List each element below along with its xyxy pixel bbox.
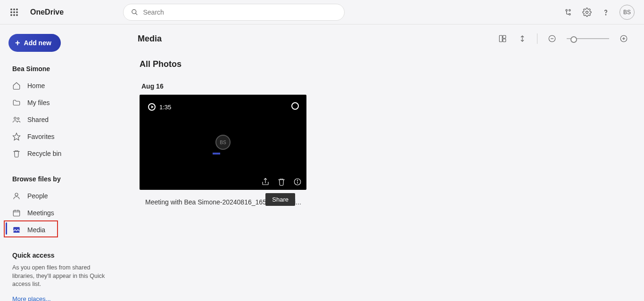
select-checkbox[interactable] [291,102,299,110]
sidebar-item-favorites[interactable]: Favorites [0,128,123,145]
folder-icon [12,98,21,107]
sidebar-item-home[interactable]: Home [0,77,123,94]
sidebar-item-label: My files [27,99,50,106]
duration-text: 1:35 [159,104,171,111]
svg-point-6 [605,14,606,15]
main-content: Media All Photos Aug 16 1:35 BS Share Me… [123,24,644,301]
svg-line-1 [136,13,138,15]
star-icon [12,132,21,141]
svg-point-0 [132,9,136,14]
calendar-icon [12,209,21,217]
sidebar-item-label: Favorites [27,133,55,140]
subtitle: All Photos [140,59,644,69]
search-box[interactable] [123,4,345,21]
video-actions [261,178,302,186]
svg-point-10 [15,193,18,196]
active-indicator [6,222,7,235]
svg-rect-11 [13,211,20,216]
zoom-slider[interactable] [567,38,609,39]
plus-icon: + [15,39,20,47]
svg-point-7 [14,117,17,120]
share-icon[interactable] [261,178,270,186]
zoom-in-icon[interactable] [619,33,629,44]
video-preview-avatar: BS [215,135,231,150]
user-name-label: Bea Simone [12,65,123,73]
sidebar: + Add new Bea Simone Home My files Share… [0,24,123,301]
sidebar-item-shared[interactable]: Shared [0,111,123,128]
person-icon [12,192,21,200]
svg-point-3 [569,9,570,11]
sidebar-item-my-files[interactable]: My files [0,94,123,111]
app-header: OneDrive BS [0,0,644,24]
sidebar-item-label: Meetings [27,209,54,217]
share-tooltip: Share [265,193,295,206]
sidebar-item-media[interactable]: Media [0,221,123,238]
trash-icon [12,149,21,158]
svg-marker-9 [13,133,20,140]
svg-rect-18 [503,39,506,42]
people-icon [12,115,21,124]
sidebar-item-label: Shared [27,116,49,123]
more-places-link[interactable]: More places... [12,295,123,301]
stream-icon[interactable] [563,7,573,17]
svg-point-5 [586,11,588,13]
svg-point-26 [297,180,297,180]
header-right: BS [563,5,638,20]
sidebar-item-label: People [27,192,48,200]
home-icon [12,81,21,90]
preview-bar [213,153,220,155]
quick-access-description: As you open files from shared libraries,… [12,264,110,289]
svg-point-8 [17,118,19,120]
sidebar-item-recycle[interactable]: Recycle bin [0,145,123,162]
delete-icon[interactable] [277,178,286,186]
search-wrap [123,4,345,21]
sidebar-item-people[interactable]: People [0,187,123,204]
video-thumbnail[interactable]: 1:35 BS Share [140,95,306,190]
user-avatar[interactable]: BS [619,5,635,20]
sort-icon[interactable] [517,33,528,44]
sidebar-item-meetings[interactable]: Meetings [0,204,123,221]
quick-access-title: Quick access [12,252,123,259]
search-input[interactable] [143,8,337,16]
page-title: Media [138,34,162,44]
media-icon [12,226,21,234]
layout-icon[interactable] [497,33,508,44]
app-launcher[interactable] [6,4,23,21]
add-new-label: Add new [24,39,51,47]
zoom-out-icon[interactable] [547,33,557,44]
sidebar-item-label: Media [27,226,45,234]
play-icon [148,103,156,111]
svg-rect-16 [499,35,502,42]
view-controls [497,33,629,44]
main-header: Media [123,24,644,53]
search-icon [131,8,138,16]
brand-label: OneDrive [30,8,64,16]
date-group-label: Aug 16 [141,82,644,90]
sidebar-item-label: Recycle bin [27,150,61,157]
video-duration: 1:35 [148,103,171,111]
waffle-icon [10,8,18,16]
help-icon[interactable] [601,7,611,17]
browse-title: Browse files by [12,175,123,183]
divider [537,33,537,44]
settings-icon[interactable] [582,7,592,17]
svg-rect-17 [503,35,506,38]
svg-point-4 [569,13,570,15]
svg-point-2 [566,9,567,11]
info-icon[interactable] [293,178,302,186]
svg-rect-15 [13,227,20,233]
add-new-button[interactable]: + Add new [8,34,61,52]
sidebar-item-label: Home [27,82,45,89]
